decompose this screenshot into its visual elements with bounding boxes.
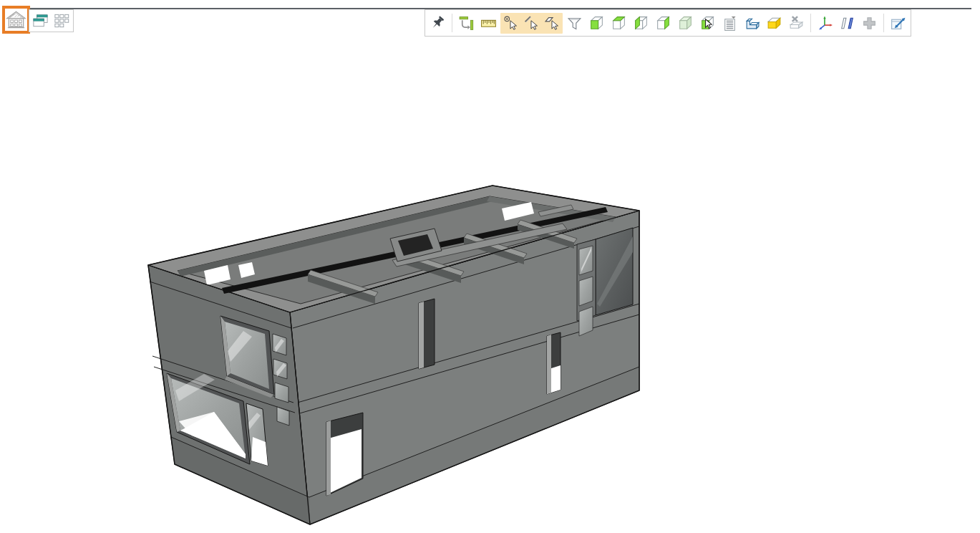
tile-windows-button[interactable]	[52, 11, 72, 31]
tile-grid-icon	[53, 12, 71, 30]
view-solid-button[interactable]	[675, 13, 696, 34]
cube-top-green-icon	[611, 15, 627, 32]
view-front-button[interactable]	[586, 13, 607, 34]
cube-solid-icon	[677, 15, 694, 32]
xyz-axes-icon	[817, 15, 833, 32]
pick-edge-button[interactable]	[521, 13, 542, 34]
slit-window-lower	[547, 332, 561, 394]
x-box-icon	[788, 15, 805, 32]
building-model	[148, 186, 639, 524]
section-box-button[interactable]	[764, 13, 785, 34]
view-top-button[interactable]	[608, 13, 629, 34]
rotate-section-button[interactable]	[456, 13, 477, 34]
pushpin-icon	[430, 15, 446, 32]
plus-icon	[861, 15, 878, 32]
measure-button[interactable]	[478, 13, 499, 34]
list-dropdown-icon	[722, 15, 738, 32]
show-axes-button[interactable]	[815, 13, 835, 34]
slit-window-upper	[419, 299, 435, 369]
yellow-box-icon	[766, 15, 782, 32]
report-list-button[interactable]	[719, 13, 740, 34]
view-left-button[interactable]	[631, 13, 651, 34]
section-solid-button[interactable]	[742, 13, 762, 34]
rotate-arrow-icon	[458, 15, 475, 32]
view-right-button[interactable]	[653, 13, 674, 34]
house-icon	[6, 9, 26, 30]
select-element-button[interactable]	[697, 13, 718, 34]
window-layout-group	[29, 9, 74, 32]
main-toolbar	[424, 9, 911, 37]
home-view-button[interactable]	[2, 6, 30, 34]
toolbar-separator	[810, 14, 811, 32]
cube-front-green-icon	[588, 15, 605, 32]
cube-cursor-icon	[699, 15, 716, 32]
funnel-icon	[566, 15, 583, 32]
model-3d-viewport[interactable]	[0, 37, 980, 533]
ruler-icon	[480, 15, 497, 32]
clear-section-button[interactable]	[786, 13, 807, 34]
toolbar-separator	[883, 14, 884, 32]
cascade-windows-icon	[31, 12, 49, 30]
cube-right-green-icon	[655, 15, 671, 32]
application-window	[0, 0, 980, 533]
pin-button[interactable]	[427, 13, 448, 34]
window-arrow-icon	[890, 15, 906, 32]
two-slabs-icon	[839, 15, 855, 32]
l-solid-blue-icon	[744, 15, 760, 32]
filter-button[interactable]	[564, 13, 585, 34]
cursor-face-icon	[544, 15, 561, 32]
detach-view-button[interactable]	[888, 13, 908, 34]
toolbar-separator	[452, 14, 452, 32]
cascade-windows-button[interactable]	[31, 11, 50, 31]
cursor-point-icon	[503, 15, 519, 32]
cursor-edge-icon	[523, 15, 540, 32]
pick-point-button[interactable]	[500, 13, 521, 34]
add-view-button[interactable]	[859, 13, 880, 34]
pick-face-button[interactable]	[542, 13, 563, 34]
pick-tools-active-group	[500, 13, 563, 34]
parallel-planes-button[interactable]	[837, 13, 858, 34]
cube-left-green-icon	[633, 15, 649, 32]
